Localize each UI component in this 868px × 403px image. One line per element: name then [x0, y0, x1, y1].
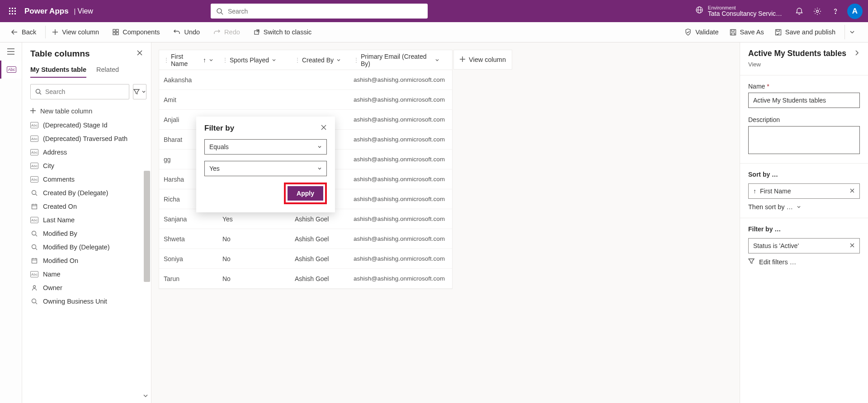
svg-line-10 — [221, 13, 223, 14]
panel-expand-button[interactable] — [854, 50, 860, 58]
sidebar-column-item[interactable]: AbcCity — [22, 159, 151, 173]
save-as-button[interactable]: Save As — [728, 22, 766, 42]
name-input[interactable] — [748, 93, 860, 108]
then-sort-by-label: Then sort by … — [748, 203, 793, 211]
cell-primary-email: ashish@ashishg.onmicrosoft.com — [349, 216, 444, 222]
table-row[interactable]: ShwetaNoAshish Goelashish@ashishg.onmicr… — [159, 229, 452, 249]
sidebar-column-label: (Deprecated) Traversed Path — [43, 135, 127, 142]
table-row[interactable]: SoniyaNoAshish Goelashish@ashishg.onmicr… — [159, 249, 452, 269]
sidebar-column-item[interactable]: Owning Business Unit — [22, 295, 151, 308]
cell-sports-played: No — [218, 275, 290, 282]
sidebar-column-list[interactable]: Abc(Deprecated) Stage IdAbc(Deprecated) … — [22, 118, 151, 362]
grip-icon: ⋮ — [354, 57, 359, 63]
cell-created-by: Ashish Goel — [290, 275, 349, 282]
redo-label: Redo — [224, 28, 240, 36]
filter-chip-remove[interactable] — [849, 242, 855, 249]
sidebar-search[interactable] — [30, 84, 129, 99]
sidebar-column-item[interactable]: Abc(Deprecated) Traversed Path — [22, 132, 151, 145]
cell-created-by: Ashish Goel — [290, 216, 349, 223]
svg-rect-21 — [730, 29, 736, 35]
column-header-created-by[interactable]: ⋮ Created By — [290, 56, 349, 64]
chevron-down-icon — [797, 203, 801, 211]
sidebar-search-input[interactable] — [45, 88, 124, 95]
sidebar-column-item[interactable]: Created By (Delegate) — [22, 186, 151, 200]
filter-chip[interactable]: Status is 'Active' — [748, 238, 860, 253]
sidebar-column-item[interactable]: Abc(Deprecated) Stage Id — [22, 118, 151, 132]
chevron-down-icon[interactable] — [209, 56, 213, 64]
save-publish-button[interactable]: Save and publish — [773, 22, 837, 42]
sidebar-column-item[interactable]: AbcAddress — [22, 145, 151, 159]
column-label: Sports Played — [230, 56, 269, 64]
sidebar-column-item[interactable]: Owner — [22, 281, 151, 295]
app-title: Power Apps — [24, 7, 69, 16]
sidebar-scrollbar[interactable] — [144, 171, 150, 282]
waffle-icon[interactable] — [5, 4, 20, 19]
components-button[interactable]: Components — [111, 22, 161, 42]
chevron-down-icon[interactable] — [336, 56, 341, 64]
validate-label: Validate — [695, 28, 718, 36]
chevron-down-icon[interactable] — [272, 56, 276, 64]
tab-my-students-table[interactable]: My Students table — [30, 66, 86, 78]
apply-button[interactable]: Apply — [288, 186, 323, 201]
table-row[interactable]: Aakanshaashish@ashishg.onmicrosoft.com — [159, 70, 452, 90]
columns-rail-button[interactable]: Abc — [0, 61, 22, 79]
global-search[interactable] — [211, 4, 428, 19]
svg-rect-5 — [14, 10, 16, 12]
sort-chip[interactable]: ↑ First Name — [748, 183, 860, 199]
hamburger-button[interactable] — [0, 42, 22, 61]
avatar[interactable]: A — [847, 4, 863, 19]
help-button[interactable] — [826, 2, 844, 20]
svg-line-35 — [36, 235, 38, 237]
sidebar-filter-button[interactable] — [133, 84, 146, 99]
sidebar-column-item[interactable]: AbcComments — [22, 173, 151, 186]
view-column-button[interactable]: View column — [50, 22, 101, 42]
column-header-primary-email[interactable]: ⋮ Primary Email (Created By) — [349, 53, 444, 67]
sidebar-expand-chevron[interactable] — [143, 392, 148, 400]
cell-first-name: Soniya — [159, 255, 218, 262]
add-view-column-button[interactable]: View column — [453, 50, 512, 70]
environment-picker[interactable]: Environment Tata Consultancy Servic… — [695, 5, 782, 17]
column-header-first-name[interactable]: ⋮ First Name ↑ — [159, 53, 218, 67]
chevron-down-icon[interactable] — [435, 56, 439, 64]
switch-classic-button[interactable]: Switch to classic — [252, 22, 313, 42]
sort-asc-icon: ↑ — [203, 56, 206, 64]
sort-field: First Name — [760, 187, 791, 195]
sidebar-column-label: Modified By — [43, 230, 77, 237]
global-search-input[interactable] — [228, 8, 422, 15]
table-row[interactable]: Amitashish@ashishg.onmicrosoft.com — [159, 90, 452, 110]
table-row[interactable]: TarunNoAshish Goelashish@ashishg.onmicro… — [159, 269, 452, 289]
settings-button[interactable] — [808, 2, 826, 20]
environment-label: Environment — [708, 5, 782, 10]
sidebar-column-item[interactable]: Created On — [22, 200, 151, 213]
sidebar-column-item[interactable]: Modified On — [22, 254, 151, 267]
components-icon — [113, 29, 119, 35]
filter-value-select[interactable]: Yes — [204, 161, 327, 176]
cell-primary-email: ashish@ashishg.onmicrosoft.com — [349, 275, 444, 282]
filter-popup-close-button[interactable] — [321, 124, 327, 132]
description-input[interactable] — [748, 126, 860, 154]
redo-button[interactable]: Redo — [212, 22, 242, 42]
sidebar-column-item[interactable]: AbcName — [22, 267, 151, 281]
validate-button[interactable]: Validate — [683, 22, 720, 42]
tab-related[interactable]: Related — [96, 66, 119, 78]
sort-chip-remove[interactable] — [849, 187, 855, 195]
overflow-button[interactable] — [844, 25, 859, 39]
external-icon — [254, 29, 260, 35]
undo-button[interactable]: Undo — [171, 22, 202, 42]
sidebar-column-item[interactable]: Modified By — [22, 227, 151, 240]
new-table-column-button[interactable]: New table column — [22, 104, 151, 118]
sidebar-close-button[interactable] — [137, 50, 143, 58]
column-header-sports-played[interactable]: ⋮ Sports Played — [218, 56, 290, 64]
back-button[interactable]: Back — [9, 22, 38, 42]
sidebar-column-item[interactable]: AbcLast Name — [22, 213, 151, 227]
svg-line-44 — [36, 303, 38, 305]
view-properties-panel: Active My Students tables View Name * De… — [740, 42, 868, 403]
then-sort-by-button[interactable]: Then sort by … — [748, 203, 860, 211]
sidebar-column-item[interactable]: Modified By (Delegate) — [22, 240, 151, 254]
svg-point-36 — [32, 245, 36, 249]
undo-icon — [173, 28, 180, 36]
menu-icon — [7, 48, 15, 55]
notifications-button[interactable] — [790, 2, 808, 20]
filter-operator-select[interactable]: Equals — [204, 139, 327, 155]
edit-filters-button[interactable]: Edit filters … — [748, 258, 860, 266]
